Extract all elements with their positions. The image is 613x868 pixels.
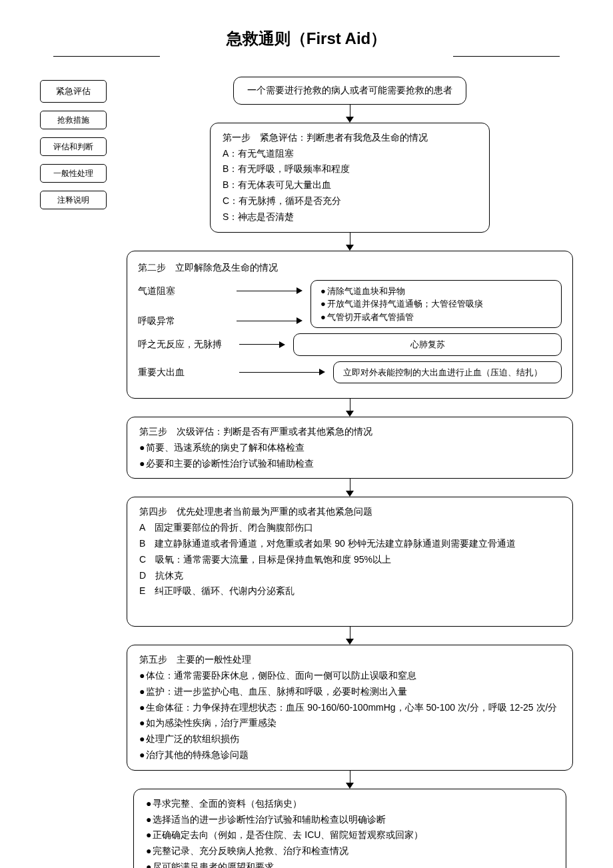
arrow-right [237,287,303,294]
sidebar-item-eval-judge[interactable]: 评估和判断 [40,137,107,156]
step2-right-bleed: 立即对外表能控制的大出血进行止血（压迫、结扎） [333,361,562,384]
step2-left-nopulse: 呼之无反应，无脉搏 [138,337,231,351]
page-title: 急救通则（First Aid） [40,27,573,51]
letter-item: E 纠正呼吸、循环、代谢内分泌紊乱 [139,583,560,599]
step1-line: B：有无体表可见大量出血 [223,177,477,193]
step3-node: 第三步 次级评估：判断是否有严重或者其他紧急的情况 简要、迅速系统的病史了解和体… [127,417,573,479]
bullet: 简要、迅速系统的病史了解和体格检查 [139,440,560,456]
step2-row-bleed: 重要大出血 立即对外表能控制的大出血进行止血（压迫、结扎） [138,361,562,384]
letter-item: A 固定重要部位的骨折、闭合胸腹部伤口 [139,520,560,536]
step1-line: C：有无脉搏，循环是否充分 [223,193,477,209]
arrow-right [239,369,325,375]
bullet: 开放气道并保持气道通畅；大管径管吸痰 [320,297,552,311]
bullet: 清除气道血块和异物 [320,285,552,298]
step5-title: 第五步 主要的一般性处理 [139,652,560,668]
arrow [346,233,354,251]
step2-left-airway: 气道阻塞 [138,284,231,298]
title-underline [53,56,560,57]
step2-row-nopulse: 呼之无反应，无脉搏 心肺复苏 [138,333,562,356]
arrow [346,105,354,123]
step1-title: 第一步 紧急评估：判断患者有我危及生命的情况 [223,130,477,146]
step6-node: 寻求完整、全面的资料（包括病史） 选择适当的进一步诊断性治疗试验和辅助检查以明确… [133,789,566,868]
step4-title: 第四步 优先处理患者当前最为严重的或者其他紧急问题 [139,504,560,520]
flowchart: 一个需要进行抢救的病人或者可能需要抢救的患者 第一步 紧急评估：判断患者有我危及… [127,77,573,868]
step2-node: 第二步 立即解除危及生命的情况 气道阻塞 呼吸异常 清除气道血块和异物 [127,251,573,399]
letter-item: D 抗休克 [139,568,560,584]
step2-left-bleed: 重要大出血 [138,365,231,379]
step1-line: A：有无气道阻塞 [223,146,477,162]
step4-node: 第四步 优先处理患者当前最为严重的或者其他紧急问题 A 固定重要部位的骨折、闭合… [127,497,573,627]
bullet: 监护：进一步监护心电、血压、脉搏和呼吸，必要时检测出入量 [139,684,560,700]
bullet: 如为感染性疾病，治疗严重感染 [139,715,560,731]
step2-right-cpr: 心肺复苏 [293,333,562,356]
bullet: 治疗其他的特殊急诊问题 [139,747,560,763]
arrow [346,399,354,417]
arrow-right [237,317,303,324]
step5-node: 第五步 主要的一般性处理 体位：通常需要卧床休息，侧卧位、面向一侧可以防止误吸和… [127,645,573,771]
step1-line: S：神志是否清楚 [223,209,477,225]
letter-item: B 建立静脉通道或者骨通道，对危重或者如果 90 秒钟无法建立静脉通道则需要建立… [139,536,560,552]
bullet: 气管切开或者气管插管 [320,311,552,324]
bullet: 正确确定去向（例如，是否住院、去 ICU、留院短暂观察或回家） [146,827,554,843]
step1-node: 第一步 紧急评估：判断患者有我危及生命的情况 A：有无气道阻塞 B：有无呼吸，呼… [210,123,490,233]
step2-row-airway: 气道阻塞 呼吸异常 清除气道血块和异物 开放气道并保持气道通畅；大管径管吸痰 气… [138,280,562,329]
sidebar: 紧急评估 抢救措施 评估和判断 一般性处理 注释说明 [40,80,107,209]
bullet: 尽可能满足患者的愿望和要求 [146,859,554,868]
sidebar-item-rescue[interactable]: 抢救措施 [40,111,107,129]
arrow [346,771,354,789]
arrow [346,479,354,497]
arrow [346,627,354,645]
step1-line: B：有无呼吸，呼吸频率和程度 [223,161,477,177]
step3-title: 第三步 次级评估：判断是否有严重或者其他紧急的情况 [139,424,560,440]
sidebar-item-notes[interactable]: 注释说明 [40,191,107,209]
sidebar-item-emergency-eval[interactable]: 紧急评估 [40,80,107,103]
bullet: 完整记录、充分反映病人抢救、治疗和检查情况 [146,843,554,859]
step2-right-airway: 清除气道血块和异物 开放气道并保持气道通畅；大管径管吸痰 气管切开或者气管插管 [310,280,562,329]
arrow-right [239,341,285,348]
step2-left-breath: 呼吸异常 [138,314,231,328]
letter-item: C 吸氧：通常需要大流量，目标是保持血氧饱和度 95%以上 [139,552,560,568]
start-node: 一个需要进行抢救的病人或者可能需要抢救的患者 [233,77,466,105]
bullet: 处理广泛的软组织损伤 [139,731,560,747]
step2-title: 第二步 立即解除危及生命的情况 [138,261,562,275]
bullet: 寻求完整、全面的资料（包括病史） [146,796,554,812]
bullet: 体位：通常需要卧床休息，侧卧位、面向一侧可以防止误吸和窒息 [139,668,560,684]
bullet: 选择适当的进一步诊断性治疗试验和辅助检查以明确诊断 [146,812,554,828]
bullet: 生命体征：力争保持在理想状态：血压 90-160/60-100mmHg，心率 5… [139,700,560,716]
main-container: 紧急评估 抢救措施 评估和判断 一般性处理 注释说明 一个需要进行抢救的病人或者… [40,77,573,868]
sidebar-item-general[interactable]: 一般性处理 [40,164,107,183]
bullet: 必要和主要的诊断性治疗试验和辅助检查 [139,456,560,472]
